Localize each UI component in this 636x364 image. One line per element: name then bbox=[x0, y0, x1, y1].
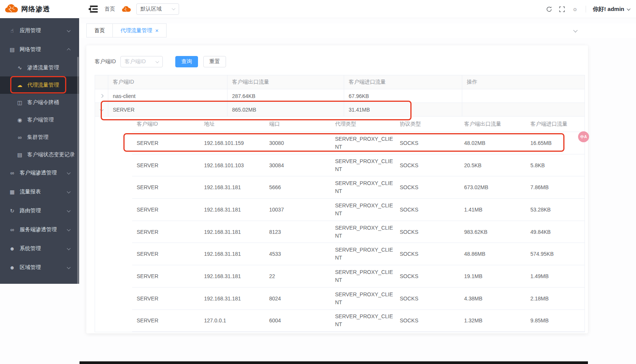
client-id-cell: SERVER bbox=[132, 317, 200, 324]
port-cell: 30080 bbox=[265, 140, 330, 146]
chevron-icon bbox=[67, 208, 71, 212]
filter-bar: 客户端ID 客户端ID 查询 重置 bbox=[95, 45, 585, 67]
table-header-row: 客户端ID 客户端出口流量 客户端进口流量 操作 bbox=[95, 75, 585, 89]
in-traffic-cell: 1.49MB bbox=[526, 273, 585, 279]
out-traffic-cell: 1.32MB bbox=[460, 317, 526, 324]
system-management-icon: ☻ bbox=[9, 246, 15, 252]
sidebar-item[interactable]: ◉ 客户端管理 bbox=[0, 111, 79, 129]
client-row[interactable]: SERVER 865.02MB 31.41MB bbox=[95, 103, 585, 117]
expand-arrow-icon[interactable] bbox=[100, 94, 103, 98]
client-id-cell: SERVER bbox=[132, 296, 200, 302]
protocol-cell: SOCKS bbox=[395, 184, 460, 190]
proxy-row: SERVER 192.168.101.103 30084 SERVER_PROX… bbox=[132, 154, 585, 177]
chevron-down-icon bbox=[156, 59, 159, 63]
chevron-down-icon bbox=[627, 7, 631, 11]
chevron-icon bbox=[67, 190, 71, 193]
sidebar-item-label: 服务端渗透管理 bbox=[20, 226, 57, 233]
user-greeting: 你好! admin bbox=[593, 6, 624, 13]
client-id-cell: SERVER bbox=[132, 251, 200, 257]
proxy-row: SERVER 192.168.31.181 5666 SERVER_PROXY_… bbox=[132, 176, 585, 199]
address-cell: 192.168.31.181 bbox=[200, 251, 265, 257]
client-penetration-icon: ∞ bbox=[9, 170, 15, 176]
proxy-row: SERVER 192.168.31.181 4533 SERVER_PROXY_… bbox=[132, 243, 585, 265]
sidebar-item[interactable]: ▤ 客户端状态变更记录 bbox=[0, 146, 79, 163]
port-cell: 10037 bbox=[265, 207, 330, 213]
sidebar-item[interactable]: ↻ 路由管理 bbox=[0, 201, 79, 220]
sidebar-item[interactable]: ∿ 渗透流量管理 bbox=[0, 59, 79, 76]
in-traffic-cell: 49.84KB bbox=[526, 229, 585, 235]
breadcrumb[interactable]: 首页 bbox=[104, 6, 115, 12]
column-header: 客户端出口流量 bbox=[228, 75, 344, 89]
proxy-row: SERVER 127.0.0.1 6004 SERVER_PROXY_CLIEN… bbox=[132, 310, 585, 332]
user-menu[interactable]: 你好! admin bbox=[593, 6, 630, 13]
chevron-icon bbox=[67, 246, 71, 250]
sidebar-item[interactable]: ☁ 代理流量管理 bbox=[0, 76, 79, 94]
query-button[interactable]: 查询 bbox=[175, 56, 198, 67]
sidebar-item-label: 应用管理 bbox=[20, 27, 41, 34]
expand-column-header bbox=[95, 75, 108, 89]
protocol-cell: SOCKS bbox=[395, 317, 460, 324]
sidebar-item[interactable]: ☻ 系统管理 bbox=[0, 239, 79, 258]
sidebar-item[interactable]: ∞ 客户端渗透管理 bbox=[0, 163, 79, 182]
address-cell: 192.168.31.181 bbox=[200, 229, 265, 235]
server-penetration-icon: ∞ bbox=[9, 227, 15, 233]
proxy-type-cell: SERVER_PROXY_CLIENT bbox=[330, 179, 395, 195]
column-header: 端口 bbox=[265, 121, 330, 128]
region-select[interactable]: 默认区域 bbox=[136, 3, 179, 15]
header-divider bbox=[586, 6, 586, 12]
fullscreen-icon[interactable] bbox=[558, 5, 566, 13]
client-status-log-icon: ▤ bbox=[17, 152, 23, 158]
app-root: 网络渗透 ☝ 应用管理 ▤ 网络管理 ∿ 渗透流量管理 bbox=[0, 0, 636, 364]
chevron-icon bbox=[67, 28, 71, 32]
sidebar-item[interactable]: ☝ 应用管理 bbox=[0, 21, 79, 40]
sidebar-item[interactable]: ◫ 客户端令牌桶 bbox=[0, 94, 79, 111]
expand-arrow-icon[interactable] bbox=[100, 108, 103, 112]
address-cell: 192.168.101.159 bbox=[200, 140, 265, 146]
tab-overflow-chevron-icon[interactable] bbox=[573, 28, 577, 32]
in-traffic-cell: 7.86MB bbox=[526, 184, 585, 190]
content-card: 客户端ID 客户端ID 查询 重置 客户端ID 客户端出口流量 客户端进口流量 … bbox=[86, 45, 588, 333]
client-token-bucket-icon: ◫ bbox=[17, 100, 23, 106]
sidebar-item[interactable]: ☻ 区域管理 bbox=[0, 258, 79, 277]
region-management-icon: ☻ bbox=[9, 264, 15, 271]
port-cell: 22 bbox=[265, 273, 330, 279]
reset-button[interactable]: 重置 bbox=[203, 56, 226, 67]
sidebar-item[interactable]: ▦ 流量报表 bbox=[0, 182, 79, 201]
client-row[interactable]: nas-client 287.64KB 67.96KB bbox=[95, 89, 585, 103]
actions-cell bbox=[462, 89, 585, 103]
sidebar-item[interactable]: ∞ 服务端渗透管理 bbox=[0, 220, 79, 239]
chevron-icon bbox=[67, 48, 71, 52]
brand-cloud-icon bbox=[4, 3, 18, 15]
translate-badge[interactable]: 中A bbox=[578, 131, 589, 142]
protocol-cell: SOCKS bbox=[395, 251, 460, 257]
out-traffic-cell: 19.1MB bbox=[460, 273, 526, 279]
refresh-icon[interactable] bbox=[546, 5, 553, 13]
inner-header-row: 客户端ID 地址 端口 代理类型 协议类型 客户端出口流量 客户端进口流量 bbox=[132, 117, 585, 132]
client-id-select[interactable]: 客户端ID bbox=[120, 56, 163, 67]
tab-close-icon[interactable]: × bbox=[155, 28, 159, 33]
app-logo: 网络渗透 bbox=[0, 0, 79, 18]
chevron-icon bbox=[67, 171, 71, 174]
protocol-cell: SOCKS bbox=[395, 140, 460, 146]
sidebar-item[interactable]: ▤ 网络管理 bbox=[0, 40, 79, 59]
tab[interactable]: 代理流量管理 × bbox=[113, 23, 167, 37]
sidebar-scrollbar[interactable] bbox=[77, 57, 79, 284]
chevron-icon bbox=[67, 265, 71, 269]
tab[interactable]: 首页 bbox=[86, 23, 113, 37]
protocol-cell: SOCKS bbox=[395, 207, 460, 213]
sidebar-collapse-icon[interactable] bbox=[88, 5, 99, 14]
in-traffic-cell: 574.95KB bbox=[526, 251, 585, 257]
bottom-scrollbar[interactable] bbox=[80, 361, 588, 364]
port-cell: 6004 bbox=[265, 317, 330, 324]
column-header: 客户端出口流量 bbox=[460, 121, 526, 128]
expanded-proxy-table: 客户端ID 地址 端口 代理类型 协议类型 客户端出口流量 客户端进口流量 SE… bbox=[132, 117, 585, 332]
out-traffic-cell: 4.38MB bbox=[460, 296, 526, 302]
sidebar-menu: ☝ 应用管理 ▤ 网络管理 ∿ 渗透流量管理 ☁ bbox=[0, 18, 79, 277]
header-actions: ☼ 你好! admin bbox=[546, 0, 630, 18]
port-cell: 4533 bbox=[265, 251, 330, 257]
sidebar-item[interactable]: ∞ 集群管理 bbox=[0, 129, 79, 146]
theme-sun-icon[interactable]: ☼ bbox=[571, 5, 579, 13]
address-cell: 192.168.31.181 bbox=[200, 184, 265, 190]
out-traffic-cell: 48.02MB bbox=[460, 140, 526, 146]
proxy-row: SERVER 192.168.31.181 8024 SERVER_PROXY_… bbox=[132, 288, 585, 310]
